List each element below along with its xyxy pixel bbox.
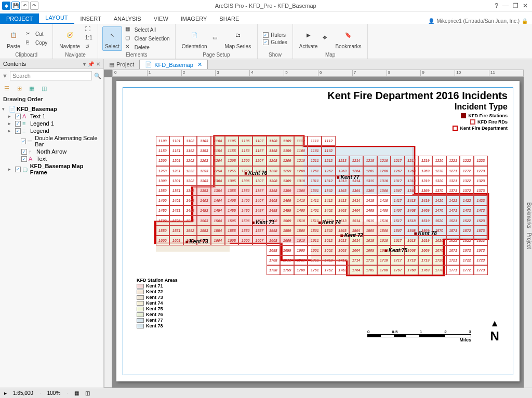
text-icon: A [22,113,29,119]
dock-right[interactable]: Bookmarks Project [524,59,532,388]
layout-icon: 📄 [9,106,15,112]
tree-item-mapframe[interactable]: ▸✓▢KFD_Basemap Map Frame [2,162,101,176]
tab-project[interactable]: PROJECT [0,13,39,24]
map-subtitle: Incident Type [455,102,508,112]
tab-analysis[interactable]: ANALYSIS [108,13,148,24]
dock-project[interactable]: Project [526,232,532,249]
select-icon: ↖ [105,28,119,43]
group-elements: Elements [102,52,171,58]
orientation-button[interactable]: 📄Orientation [180,27,209,50]
copy-button[interactable]: ⎘Copy [25,39,48,47]
lock-icon[interactable]: 🔒 [522,18,528,24]
tab-insert[interactable]: INSERT [74,13,108,24]
status-zoom[interactable]: 100% [47,390,61,396]
maximize-icon[interactable]: ❐ [513,2,518,9]
close-panel-icon[interactable]: ✕ [96,61,100,67]
delete-icon: ✕ [125,44,132,51]
status-grid-icon[interactable]: ▦ [74,390,79,396]
north-icon: ↑ [29,148,35,155]
user-icon: 👤 [428,18,434,24]
copy-icon: ⎘ [26,39,33,47]
mapseries-icon: 🗂 [231,28,245,43]
autohide-icon[interactable]: ▾ [83,61,86,67]
app-icon[interactable]: ◆ [2,2,10,10]
list-by-label-icon[interactable]: ◫ [39,84,49,93]
select-button[interactable]: ↖Select [102,26,122,51]
ruler-vertical [104,77,112,388]
status-scale[interactable]: 1:65,000 [13,390,33,396]
group-map: Map [297,52,364,58]
map-frame[interactable]: Kent Fire Department 2016 Incidents Inci… [123,87,513,375]
close-icon[interactable]: ✕ [523,2,528,9]
qat-save-icon[interactable]: 💾 [11,2,20,10]
filter-icon[interactable]: ▼ [2,73,8,79]
tab-view[interactable]: VIEW [148,13,175,24]
user-name[interactable]: Mikeprice1 (Entrada/San Juan, Inc.) [436,18,520,24]
rulers-toggle[interactable]: ✓Rulers [262,32,288,38]
search-icon[interactable]: 🔍 [94,73,101,79]
arrows-icon: ✥ [323,35,330,42]
tree-item-text[interactable]: ✓AText [2,155,101,162]
scale-unit: Miles [367,337,471,342]
tree-item-scalebar[interactable]: ✓═Double Alternating Scale Bar [2,134,101,148]
minimize-icon[interactable]: — [502,2,509,9]
clear-icon: ▢ [125,35,132,42]
tree-item-legend[interactable]: ▸✓≡Legend [2,127,101,134]
search-input[interactable] [10,71,92,80]
tree-item-text1[interactable]: ▸✓AText 1 [2,113,101,120]
text-icon: A [29,156,35,162]
map-series-button[interactable]: 🗂Map Series [223,27,254,50]
view-tab-basemap[interactable]: 📄KFD_Basemap✕ [139,60,208,69]
qat-redo-icon[interactable]: ↷ [30,2,38,10]
group-clipboard: Clipboard [4,52,48,58]
paste-icon: 📋 [6,28,21,43]
activate-button[interactable]: ▶Activate [297,27,320,50]
drawing-order-header: Drawing Order [0,94,103,104]
list-by-source-icon[interactable]: ⊞ [15,84,24,93]
tab-imagery[interactable]: IMAGERY [175,13,214,24]
tree-item-legend1[interactable]: ▸✓≡Legend 1 [2,120,101,127]
activate-icon: ▶ [301,28,316,43]
pin-icon[interactable]: 📌 [88,61,94,67]
status-expand-icon[interactable]: ▸ [4,390,7,396]
clear-selection-button[interactable]: ▢Clear Selection [124,34,171,43]
view-tab-project[interactable]: ▤Project [104,60,139,69]
legend-bottom: KFD Station AreasKent 71Kent 72Kent 73Ke… [137,278,178,329]
window-title: ArcGIS Pro - KFD_Pro - KFD_Basemap [41,3,490,9]
help-icon[interactable]: ? [495,2,498,9]
select-all-button[interactable]: ▦Select All [124,25,171,34]
tree-root[interactable]: ▾📄KFD_Basemap [2,105,101,113]
project-view-icon: ▤ [109,61,114,68]
zoom-1to1-button[interactable]: 1:1 [84,34,94,43]
size-button[interactable]: ▭ [211,34,221,43]
layout-page[interactable]: Kent Fire Department 2016 Incidents Inci… [116,81,520,381]
bookmarks-button[interactable]: 🔖Bookmarks [333,27,363,50]
cut-icon: ✂ [26,31,33,38]
zoom-1to1-icon: 1:1 [85,35,92,42]
tab-share[interactable]: SHARE [213,13,245,24]
zoom-full-button[interactable]: ⛶ [84,25,94,34]
delete-button[interactable]: ✕Delete [124,43,171,51]
nav-arrows-button[interactable]: ✥ [322,34,331,43]
zoom-prev-button[interactable]: ↺ [84,43,94,51]
scalebar-icon: ═ [28,138,33,144]
tree-item-north[interactable]: ✓↑North Arrow [2,148,101,155]
cut-button[interactable]: ✂Cut [25,30,48,38]
list-by-drawing-icon[interactable]: ☰ [2,84,11,93]
legend-icon: ≡ [22,120,29,127]
guides-toggle[interactable]: ✓Guides [262,39,288,46]
qat-undo-icon[interactable]: ↶ [21,2,29,10]
dock-bookmarks[interactable]: Bookmarks [526,202,532,228]
paste-button[interactable]: 📋 Paste [4,27,23,50]
zoom-prev-icon: ↺ [85,44,92,51]
status-snap-icon[interactable]: ◫ [85,390,90,396]
legend-icon: ≡ [22,128,29,134]
group-navigate: Navigate [57,52,93,58]
close-tab-icon[interactable]: ✕ [197,61,202,68]
bookmarks-icon: 🔖 [341,28,355,43]
tab-layout[interactable]: LAYOUT [39,12,74,24]
list-by-selection-icon[interactable]: ▦ [27,84,36,93]
group-show: Show [262,52,288,58]
navigate-button[interactable]: 🧭Navigate [57,27,82,50]
map-body[interactable]: 1100110111021103110411051106110711081109… [134,119,502,333]
